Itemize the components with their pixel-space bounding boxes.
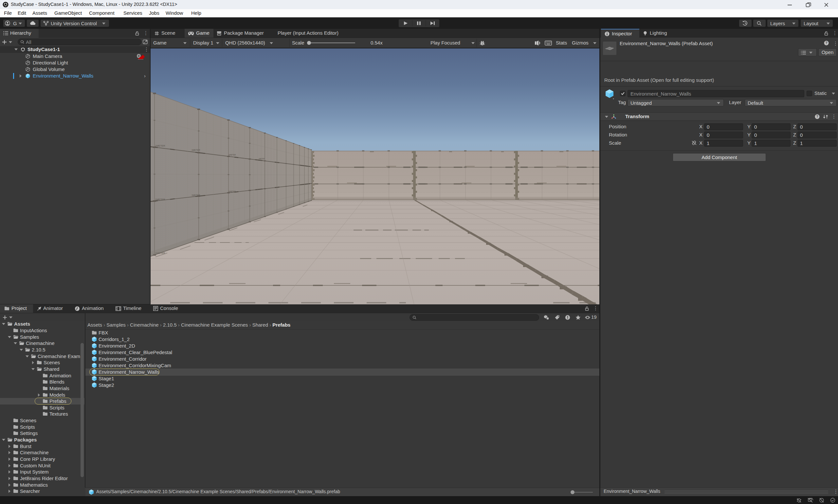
svg-text:1METER: 1METER — [192, 194, 200, 196]
svg-text:?: ? — [816, 115, 818, 119]
svg-text:1METER: 1METER — [155, 198, 165, 201]
svg-text:1METER: 1METER — [258, 158, 265, 160]
svg-text:?: ? — [825, 41, 827, 45]
svg-text:1METER: 1METER — [192, 149, 200, 151]
svg-text:1METER: 1METER — [155, 144, 165, 147]
svg-text:1METER: 1METER — [229, 191, 236, 193]
svg-text:1METER: 1METER — [229, 154, 236, 156]
